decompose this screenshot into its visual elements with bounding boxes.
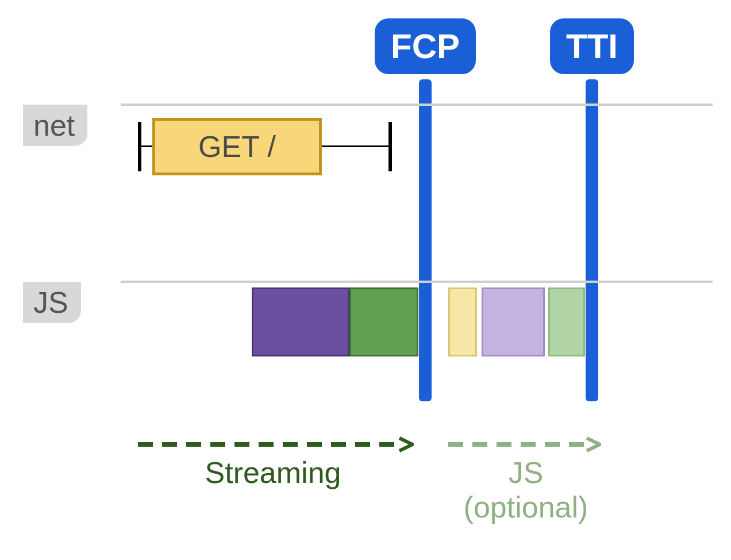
net-request-label: GET / (198, 129, 276, 164)
js-optional-label-top: JS (460, 455, 592, 490)
js-track-label: JS (23, 282, 81, 323)
rendering-timeline-diagram: FCP TTI net GET / JS Streaming JS (optio… (23, 11, 713, 540)
marker-fcp-line (419, 79, 432, 401)
js-optional-arrow-icon (448, 436, 601, 453)
js-block-purple-light (482, 287, 545, 356)
js-block-green-light (548, 287, 585, 356)
marker-fcp-badge: FCP (375, 18, 476, 74)
streaming-arrow-icon (138, 436, 414, 453)
net-track-rule (121, 103, 713, 106)
js-block-green (349, 287, 418, 356)
js-block-purple (252, 287, 349, 356)
js-block-yellow-light (448, 287, 477, 356)
marker-tti-line (586, 79, 598, 401)
js-optional-label-bottom: (optional) (460, 490, 592, 524)
marker-tti-badge: TTI (550, 18, 634, 74)
js-track-rule (121, 281, 713, 283)
net-request-box: GET / (152, 118, 322, 175)
js-optional-phase-label: JS (optional) (460, 455, 592, 524)
net-track-label: net (23, 105, 87, 146)
streaming-phase-label: Streaming (190, 455, 356, 490)
